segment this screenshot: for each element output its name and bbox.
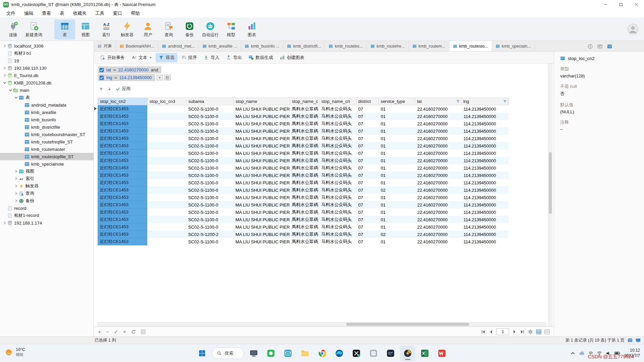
table-cell[interactable]: 马料水公众码头: [319, 179, 356, 186]
table-cell[interactable]: 114.2139450000: [462, 142, 508, 149]
table-cell[interactable]: 01: [379, 172, 415, 179]
table-cell[interactable]: 01: [379, 216, 415, 223]
table-cell[interactable]: 马料水公众码头: [319, 194, 356, 201]
table-cell[interactable]: SC02-S-1100-0: [186, 135, 233, 142]
table-cell[interactable]: [147, 105, 186, 113]
table-row[interactable]: 近灯柱CE1453SC02-S-1100-0MA LIU SHUI PUBLIC…: [98, 186, 508, 194]
table-cell[interactable]: 01: [379, 149, 415, 157]
table-cell[interactable]: 114.2139450000: [462, 179, 508, 186]
table-cell[interactable]: 114.2139450000: [462, 201, 508, 208]
table-cell[interactable]: 近灯柱CE1453: [98, 223, 147, 231]
sidebar-item-kmb-routefreqfile-st[interactable]: kmb_routefreqfile_ST: [0, 138, 94, 145]
monitor-status-icon[interactable]: [636, 338, 641, 343]
toolbar-trigger-button[interactable]: 触发器: [117, 19, 138, 40]
column-header-stop_name_cn[interactable]: stop_name_cn: [319, 98, 356, 105]
table-cell[interactable]: 22.4160270000: [415, 208, 462, 216]
table-cell[interactable]: 近灯柱CE1453: [98, 201, 147, 208]
chevron-down-icon[interactable]: [8, 88, 13, 92]
table-row[interactable]: 近灯柱CE1453SC02-S-1100-0MA LIU SHUI PUBLIC…: [98, 142, 508, 149]
table-cell[interactable]: SC02-S-1100-0: [186, 149, 233, 157]
toolbar-connect-button[interactable]: 连接: [3, 19, 23, 40]
table-row[interactable]: 近灯柱CE1453SC02-S-1100-0MA LIU SHUI PUBLIC…: [98, 149, 508, 157]
chevron-right-icon[interactable]: [13, 199, 18, 203]
table-cell[interactable]: MA LIU SHUI PUBLIC PIER: [233, 179, 290, 186]
table-cell[interactable]: 07: [356, 194, 379, 201]
toolbar-table-button[interactable]: 表: [54, 19, 75, 40]
filter-condition-lat[interactable]: lat=22.4160270000and: [98, 66, 161, 73]
table-cell[interactable]: 07: [356, 105, 379, 113]
table-cell[interactable]: 114.2139450000: [462, 157, 508, 164]
table-cell[interactable]: 馬料水公眾碼: [290, 113, 319, 120]
table-row[interactable]: 近灯柱CE1453SC02-S-1100-0MA LIU SHUI PUBLIC…: [98, 179, 508, 186]
toolbar-chart-button[interactable]: 图表: [241, 19, 262, 40]
column-header-lat[interactable]: lat: [415, 98, 461, 105]
sidebar-item-jiancai1-record[interactable]: 检材1-record: [0, 212, 94, 219]
table-cell[interactable]: 近灯柱CE1453: [98, 135, 147, 142]
table-row[interactable]: 近灯柱CE1453SC02-S-1100-0MA LIU SHUI PUBLIC…: [98, 223, 508, 231]
sidebar-item-kmb-routestopfile-st[interactable]: kmb_routestopfile_ST: [0, 153, 94, 160]
table-row[interactable]: 近灯柱CE1453SC02-S-1100-0MA LIU SHUI PUBLIC…: [98, 208, 508, 216]
table-cell[interactable]: MA LIU SHUI PUBLIC PIER: [233, 186, 290, 194]
table-cell[interactable]: SC02-S-1100-0: [186, 238, 233, 245]
table-cell[interactable]: 马料水公众码头: [319, 149, 356, 157]
taskbar-excel-button[interactable]: [418, 346, 432, 361]
table-cell[interactable]: 馬料水公眾碼: [290, 223, 319, 231]
table-cell[interactable]: 马料水公众码头: [319, 164, 356, 172]
table-cell[interactable]: 馬料水公眾碼: [290, 231, 319, 238]
sidebar-item-queries[interactable]: 查询: [0, 190, 94, 197]
table-row[interactable]: 近灯柱CE1453SC02-S-1100-0MA LIU SHUI PUBLIC…: [98, 216, 508, 223]
table-cell[interactable]: MA LIU SHUI PUBLIC PIER: [233, 127, 290, 135]
text-button[interactable]: A文本: [128, 53, 155, 62]
table-row[interactable]: 近灯柱CE1453SC02-S-1100-0MA LIU SHUI PUBLIC…: [98, 105, 508, 113]
refresh-button[interactable]: [131, 329, 136, 334]
table-cell[interactable]: 114.2139450000: [462, 231, 508, 238]
menu-edit[interactable]: 编辑: [20, 9, 38, 18]
toolbar-model-button[interactable]: 模型: [221, 19, 241, 40]
table-cell[interactable]: [147, 120, 186, 127]
sidebar-item-localhost-3306[interactable]: localhost_3306: [0, 42, 94, 50]
table-cell[interactable]: 22.4160270000: [415, 194, 462, 201]
vertical-scrollbar[interactable]: [548, 64, 552, 326]
table-row[interactable]: 近灯柱CE1453SC02-S-1100-0MA LIU SHUI PUBLIC…: [98, 172, 508, 179]
table-cell[interactable]: 07: [356, 186, 379, 194]
table-cell[interactable]: 马料水公众码头: [319, 172, 356, 179]
tab-kmb-areafile[interactable]: kmb_areafile ...: [199, 41, 241, 51]
chevron-right-icon[interactable]: [2, 66, 7, 70]
table-cell[interactable]: 07: [356, 172, 379, 179]
first-record-button[interactable]: [481, 329, 486, 334]
chevron-right-icon[interactable]: [13, 170, 18, 173]
table-cell[interactable]: MA LIU SHUI PUBLIC PIER: [233, 164, 290, 172]
table-cell[interactable]: 22.4160270000: [415, 179, 462, 186]
taskbar-edge-button[interactable]: [332, 346, 347, 361]
table-cell[interactable]: SC02-S-1100-0: [186, 113, 233, 120]
toolbar-query-button[interactable]: 查询: [158, 19, 179, 40]
table-cell[interactable]: 近灯柱CE1453: [98, 172, 147, 179]
delete-record-button[interactable]: −: [106, 329, 109, 335]
table-row[interactable]: 近灯柱CE1453SC02-S-1100-0MA LIU SHUI PUBLIC…: [98, 194, 508, 201]
table-cell[interactable]: 01: [379, 120, 415, 127]
table-cell[interactable]: 近灯柱CE1453: [98, 142, 147, 149]
table-cell[interactable]: 近灯柱CE1453: [98, 127, 147, 135]
table-row[interactable]: 近灯柱CE1453SC02-S-1100-0MA LIU SHUI PUBLIC…: [98, 164, 508, 172]
table-row[interactable]: 近灯柱CE1453SC02-S-1100-0MA LIU SHUI PUBLIC…: [98, 120, 508, 127]
table-cell[interactable]: 22.4160270000: [415, 201, 462, 208]
minimize-button[interactable]: [598, 0, 613, 9]
table-cell[interactable]: 01: [379, 135, 415, 142]
table-cell[interactable]: 近灯柱CE1453: [98, 149, 147, 157]
table-cell[interactable]: 近灯柱CE1453: [98, 208, 147, 216]
condition-operator[interactable]: =: [113, 67, 116, 72]
taskbar-app-laptop-button[interactable]: [247, 346, 261, 361]
onedrive-icon[interactable]: [579, 351, 585, 355]
table-cell[interactable]: SC02-S-1100-0: [186, 216, 233, 223]
table-cell[interactable]: [147, 208, 186, 216]
table-cell[interactable]: SC02-S-1100-0: [186, 164, 233, 172]
sidebar-item-kmb-businfo[interactable]: kmb_businfo: [0, 116, 94, 123]
filter-funnel-icon[interactable]: [456, 100, 460, 103]
table-cell[interactable]: 07: [356, 135, 379, 142]
table-cell[interactable]: 07: [356, 238, 379, 245]
table-cell[interactable]: 114.2139450000: [462, 127, 508, 135]
table-cell[interactable]: MA LIU SHUI PUBLIC PIER: [233, 113, 290, 120]
sidebar-item-main[interactable]: main: [0, 86, 94, 94]
table-cell[interactable]: 近灯柱CE1453: [98, 238, 147, 245]
sidebar-item-views[interactable]: 视图: [0, 168, 94, 175]
